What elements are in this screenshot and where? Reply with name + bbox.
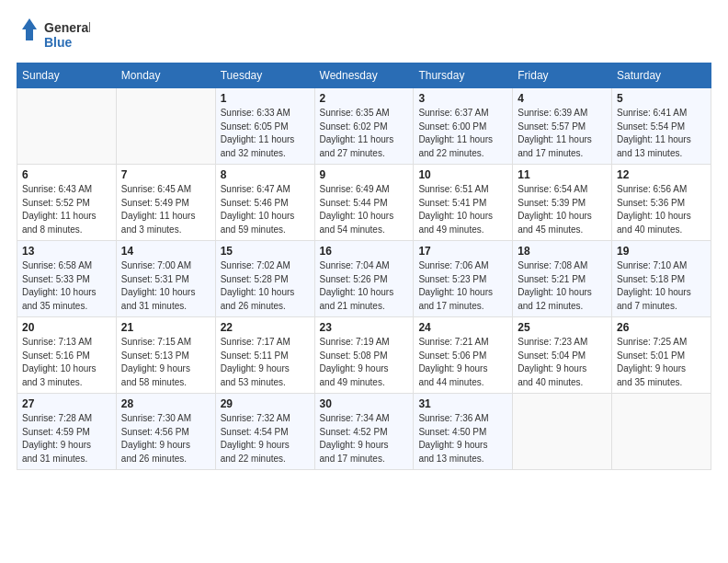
page: General Blue SundayMondayTuesdayWednesda…	[0, 0, 728, 563]
calendar-table: SundayMondayTuesdayWednesdayThursdayFrid…	[17, 63, 711, 470]
day-info: Sunrise: 7:10 AMSunset: 5:18 PMDaylight:…	[617, 259, 706, 313]
calendar-cell: 5Sunrise: 6:41 AMSunset: 5:54 PMDaylight…	[612, 88, 711, 165]
day-number: 18	[518, 245, 607, 258]
day-info: Sunrise: 6:37 AMSunset: 6:00 PMDaylight:…	[418, 107, 507, 160]
calendar-cell	[116, 88, 215, 165]
svg-text:General: General	[44, 20, 90, 35]
day-info: Sunrise: 7:00 AMSunset: 5:31 PMDaylight:…	[121, 259, 210, 313]
day-number: 26	[617, 321, 706, 334]
day-info: Sunrise: 6:33 AMSunset: 6:05 PMDaylight:…	[221, 107, 310, 160]
day-info: Sunrise: 7:23 AMSunset: 5:04 PMDaylight:…	[518, 336, 607, 389]
calendar-cell	[513, 394, 612, 470]
day-info: Sunrise: 7:17 AMSunset: 5:11 PMDaylight:…	[221, 336, 310, 389]
day-info: Sunrise: 7:19 AMSunset: 5:08 PMDaylight:…	[320, 336, 409, 389]
day-info: Sunrise: 6:41 AMSunset: 5:54 PMDaylight:…	[617, 107, 706, 160]
day-number: 23	[320, 321, 409, 334]
calendar-cell: 4Sunrise: 6:39 AMSunset: 5:57 PMDaylight…	[513, 88, 612, 165]
day-info: Sunrise: 6:47 AMSunset: 5:46 PMDaylight:…	[221, 183, 310, 236]
calendar-cell: 17Sunrise: 7:06 AMSunset: 5:23 PMDayligh…	[414, 241, 513, 317]
week-row: 27Sunrise: 7:28 AMSunset: 4:59 PMDayligh…	[17, 394, 711, 470]
day-number: 30	[320, 397, 409, 410]
day-number: 15	[221, 245, 310, 258]
day-info: Sunrise: 7:13 AMSunset: 5:16 PMDaylight:…	[22, 336, 111, 389]
logo: General Blue	[17, 17, 90, 53]
day-info: Sunrise: 6:56 AMSunset: 5:36 PMDaylight:…	[617, 183, 706, 236]
day-number: 13	[22, 245, 111, 258]
day-info: Sunrise: 7:34 AMSunset: 4:52 PMDaylight:…	[320, 412, 409, 465]
calendar-cell: 10Sunrise: 6:51 AMSunset: 5:41 PMDayligh…	[414, 165, 513, 241]
calendar-cell: 19Sunrise: 7:10 AMSunset: 5:18 PMDayligh…	[612, 241, 711, 317]
day-info: Sunrise: 7:06 AMSunset: 5:23 PMDaylight:…	[418, 259, 507, 313]
calendar-cell: 30Sunrise: 7:34 AMSunset: 4:52 PMDayligh…	[314, 394, 414, 470]
header-day: Sunday	[17, 63, 117, 88]
header-day: Friday	[513, 63, 612, 88]
day-number: 20	[22, 321, 111, 334]
calendar-cell: 6Sunrise: 6:43 AMSunset: 5:52 PMDaylight…	[17, 165, 117, 241]
day-info: Sunrise: 6:45 AMSunset: 5:49 PMDaylight:…	[121, 183, 210, 236]
day-info: Sunrise: 7:04 AMSunset: 5:26 PMDaylight:…	[320, 259, 409, 313]
day-number: 10	[418, 168, 507, 181]
day-number: 11	[518, 168, 607, 181]
day-info: Sunrise: 7:25 AMSunset: 5:01 PMDaylight:…	[617, 336, 706, 389]
calendar-cell: 27Sunrise: 7:28 AMSunset: 4:59 PMDayligh…	[17, 394, 117, 470]
calendar-cell: 2Sunrise: 6:35 AMSunset: 6:02 PMDaylight…	[314, 88, 414, 165]
calendar-cell: 3Sunrise: 6:37 AMSunset: 6:00 PMDaylight…	[414, 88, 513, 165]
calendar-cell: 8Sunrise: 6:47 AMSunset: 5:46 PMDaylight…	[215, 165, 314, 241]
day-number: 31	[418, 397, 507, 410]
day-info: Sunrise: 6:54 AMSunset: 5:39 PMDaylight:…	[518, 183, 607, 236]
day-info: Sunrise: 7:21 AMSunset: 5:06 PMDaylight:…	[418, 336, 507, 389]
day-number: 5	[617, 92, 706, 105]
day-info: Sunrise: 7:32 AMSunset: 4:54 PMDaylight:…	[221, 412, 310, 465]
day-info: Sunrise: 7:28 AMSunset: 4:59 PMDaylight:…	[22, 412, 111, 465]
day-number: 6	[22, 168, 111, 181]
calendar-cell: 29Sunrise: 7:32 AMSunset: 4:54 PMDayligh…	[215, 394, 314, 470]
day-number: 22	[221, 321, 310, 334]
day-number: 28	[121, 397, 210, 410]
day-info: Sunrise: 7:02 AMSunset: 5:28 PMDaylight:…	[221, 259, 310, 313]
calendar-cell	[17, 88, 117, 165]
header-day: Saturday	[612, 63, 711, 88]
calendar-cell	[612, 394, 711, 470]
day-info: Sunrise: 7:15 AMSunset: 5:13 PMDaylight:…	[121, 336, 210, 389]
day-number: 17	[418, 245, 507, 258]
calendar-cell: 26Sunrise: 7:25 AMSunset: 5:01 PMDayligh…	[612, 317, 711, 394]
day-number: 2	[320, 92, 409, 105]
header-day: Wednesday	[314, 63, 414, 88]
calendar-cell: 31Sunrise: 7:36 AMSunset: 4:50 PMDayligh…	[414, 394, 513, 470]
day-info: Sunrise: 7:08 AMSunset: 5:21 PMDaylight:…	[518, 259, 607, 313]
day-number: 27	[22, 397, 111, 410]
day-number: 25	[518, 321, 607, 334]
header-row: SundayMondayTuesdayWednesdayThursdayFrid…	[17, 63, 711, 88]
calendar-cell: 18Sunrise: 7:08 AMSunset: 5:21 PMDayligh…	[513, 241, 612, 317]
calendar-cell: 12Sunrise: 6:56 AMSunset: 5:36 PMDayligh…	[612, 165, 711, 241]
day-number: 14	[121, 245, 210, 258]
svg-text:Blue: Blue	[44, 35, 73, 50]
calendar-cell: 1Sunrise: 6:33 AMSunset: 6:05 PMDaylight…	[215, 88, 314, 165]
day-info: Sunrise: 6:39 AMSunset: 5:57 PMDaylight:…	[518, 107, 607, 160]
calendar-cell: 23Sunrise: 7:19 AMSunset: 5:08 PMDayligh…	[314, 317, 414, 394]
day-number: 9	[320, 168, 409, 181]
header-day: Monday	[116, 63, 215, 88]
day-info: Sunrise: 6:58 AMSunset: 5:33 PMDaylight:…	[22, 259, 111, 313]
header-day: Thursday	[414, 63, 513, 88]
day-number: 19	[617, 245, 706, 258]
header: General Blue	[17, 17, 711, 53]
day-info: Sunrise: 7:36 AMSunset: 4:50 PMDaylight:…	[418, 412, 507, 465]
day-number: 24	[418, 321, 507, 334]
day-number: 12	[617, 168, 706, 181]
calendar-cell: 11Sunrise: 6:54 AMSunset: 5:39 PMDayligh…	[513, 165, 612, 241]
calendar-cell: 22Sunrise: 7:17 AMSunset: 5:11 PMDayligh…	[215, 317, 314, 394]
calendar-cell: 9Sunrise: 6:49 AMSunset: 5:44 PMDaylight…	[314, 165, 414, 241]
calendar-cell: 14Sunrise: 7:00 AMSunset: 5:31 PMDayligh…	[116, 241, 215, 317]
calendar-cell: 16Sunrise: 7:04 AMSunset: 5:26 PMDayligh…	[314, 241, 414, 317]
day-info: Sunrise: 6:35 AMSunset: 6:02 PMDaylight:…	[320, 107, 409, 160]
day-number: 7	[121, 168, 210, 181]
calendar-cell: 24Sunrise: 7:21 AMSunset: 5:06 PMDayligh…	[414, 317, 513, 394]
logo-svg: General Blue	[17, 17, 90, 53]
svg-marker-2	[22, 18, 37, 40]
day-number: 8	[221, 168, 310, 181]
day-info: Sunrise: 6:43 AMSunset: 5:52 PMDaylight:…	[22, 183, 111, 236]
day-info: Sunrise: 7:30 AMSunset: 4:56 PMDaylight:…	[121, 412, 210, 465]
day-number: 3	[418, 92, 507, 105]
calendar-cell: 21Sunrise: 7:15 AMSunset: 5:13 PMDayligh…	[116, 317, 215, 394]
